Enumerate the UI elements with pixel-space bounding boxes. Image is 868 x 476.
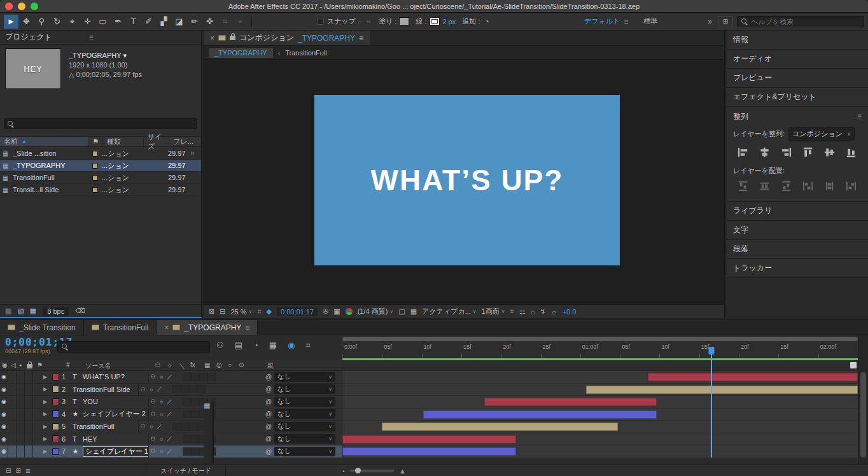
parent-pickwhip-icon[interactable]: @ — [265, 410, 274, 417]
layer-expand-arrow[interactable]: ▶ — [43, 424, 52, 430]
layer-duration-bar[interactable] — [382, 423, 618, 431]
minimize-window-button[interactable] — [18, 3, 25, 10]
layer-solo-cell[interactable] — [17, 396, 25, 408]
layer-shy-switch[interactable]: ⚇ — [149, 374, 157, 380]
workspace-overflow-icon[interactable]: » — [708, 17, 712, 26]
layer-quality-switch[interactable]: ／ — [165, 398, 174, 406]
project-search[interactable] — [4, 118, 197, 129]
project-item-row[interactable]: ▦_Slide ...sition...ション29.97⌗ — [0, 148, 201, 160]
layer-lock-cell[interactable] — [25, 371, 33, 383]
viewer-lock-icon[interactable]: ⊠ — [209, 307, 214, 316]
zoom-slider-thumb[interactable] — [355, 468, 361, 473]
workspace-tab-standard[interactable]: 標準 — [643, 17, 657, 26]
puppet-pin-tool-icon[interactable]: ✜ — [202, 15, 217, 29]
distribute-h-center-icon[interactable] — [821, 179, 837, 192]
breadcrumb-parent[interactable]: TransitionFull — [285, 49, 327, 57]
layer-collapse-switch[interactable]: ☼ — [157, 436, 165, 442]
column-source-name[interactable]: ソース名 — [85, 361, 111, 370]
layer-collapse-switch[interactable]: ☼ — [147, 423, 155, 430]
expand-layer-pane-icon[interactable]: ⊟ — [6, 467, 11, 474]
playhead-grip[interactable] — [708, 347, 714, 354]
layer-parent-dropdown[interactable]: なし∨ — [274, 384, 335, 394]
interpret-footage-icon[interactable]: ▥ — [5, 307, 11, 315]
layer-shy-switch[interactable]: ⚇ — [149, 448, 157, 454]
layer-name[interactable]: HEY — [83, 433, 149, 445]
align-panel-menu-icon[interactable]: ≡ — [857, 112, 862, 121]
layer-lock-cell[interactable] — [25, 433, 33, 445]
rotation-tool-icon[interactable]: ↻ — [50, 15, 64, 29]
hide-shy-layers-icon[interactable]: ⚇ — [216, 340, 224, 351]
panel-tab-tracker[interactable]: トラッカー — [727, 259, 868, 278]
layer-solo-cell[interactable] — [17, 384, 25, 396]
workspace-menu-icon[interactable]: ≡ — [624, 17, 628, 26]
distribute-right-icon[interactable] — [843, 179, 859, 192]
new-composition-icon[interactable]: ▦ — [30, 307, 36, 315]
panel-tab-preview[interactable]: プレビュー — [727, 69, 868, 88]
time-ruler[interactable]: 0:00f05f10f15f20f25f01:00f05f10f15f20f25… — [342, 335, 858, 358]
fast-previews-icon[interactable]: ↯ — [540, 307, 545, 316]
pan-behind-tool-icon[interactable]: ✛ — [80, 15, 95, 29]
layer-eye-icon[interactable]: ◉ — [0, 409, 8, 421]
viewer-monitor-icon[interactable]: ⊟ — [220, 307, 225, 316]
roto-brush-tool-icon[interactable]: ✏ — [187, 15, 202, 29]
layer-row[interactable]: ◉▶2▦TransitionFull Side⚇☼／@なし∨ — [0, 384, 342, 396]
workspace-tab-default[interactable]: デフォルト — [584, 17, 620, 26]
timeline-vertical-scrollbar[interactable] — [858, 335, 868, 465]
toggle-transparency-icon[interactable]: ▦ — [410, 307, 417, 316]
layer-eye-icon[interactable]: ◉ — [0, 421, 8, 433]
panel-menu-icon[interactable]: ≡ — [359, 34, 363, 43]
composition-tab[interactable]: × コンポジション _TYPOGRAPHY ≡ — [204, 31, 370, 45]
item-label-chip[interactable] — [88, 163, 102, 169]
parent-pickwhip-icon[interactable]: @ — [265, 448, 274, 455]
camera-tool-icon[interactable]: ⌖ — [65, 15, 80, 29]
parent-pickwhip-icon[interactable]: @ — [265, 423, 274, 430]
layer-row[interactable]: ◉▶1TWHAT’S UP?⚇☼／@なし∨ — [0, 371, 342, 384]
view-layout-dropdown[interactable]: 1画面∨ — [482, 307, 505, 316]
panel-tab-libraries[interactable]: ライブラリ — [727, 202, 868, 221]
layer-duration-bar[interactable] — [484, 398, 657, 406]
layer-name[interactable]: TransitionFull Side — [73, 384, 139, 396]
layer-name[interactable]: WHAT’S UP? — [83, 371, 149, 383]
layer-duration-bar[interactable] — [342, 435, 516, 444]
layer-expand-arrow[interactable]: ▶ — [43, 436, 52, 442]
align-h-center-icon[interactable] — [756, 146, 773, 158]
layer-color-chip[interactable] — [52, 435, 59, 442]
close-tab-icon[interactable]: × — [210, 34, 214, 43]
layer-shy-switch[interactable]: ⚇ — [149, 436, 157, 442]
distribute-v-center-icon[interactable] — [756, 179, 773, 192]
snap-checkbox[interactable] — [317, 18, 324, 25]
layer-expand-arrow[interactable]: ▶ — [43, 399, 52, 405]
layer-lock-cell[interactable] — [25, 409, 33, 421]
layer-expand-arrow[interactable]: ▶ — [43, 411, 52, 417]
layer-shy-switch[interactable]: ⚇ — [149, 398, 157, 405]
bit-depth-button[interactable]: 8 bpc — [43, 307, 69, 316]
zoom-tool-icon[interactable]: ⚲ — [34, 15, 49, 29]
exposure-icon[interactable]: ☼ — [551, 308, 557, 316]
layer-name[interactable]: YOU — [83, 396, 149, 408]
mini-flowchart-icon[interactable]: ⌗ — [305, 340, 310, 351]
layer-audio-cell[interactable] — [8, 421, 17, 433]
snapshot-camera-icon[interactable]: ✇ — [323, 307, 328, 316]
layer-eye-icon[interactable]: ◉ — [0, 371, 8, 383]
layer-expand-arrow[interactable]: ▶ — [43, 374, 52, 380]
project-search-input[interactable] — [17, 120, 193, 128]
zoom-out-mountain-icon[interactable]: ▲ — [342, 469, 346, 473]
timeline-tab-_slide-transition[interactable]: _Slide Transition — [0, 320, 84, 335]
playhead-line[interactable] — [711, 354, 712, 458]
extra-tool-icon[interactable]: ⌁ — [233, 15, 248, 29]
camera-dropdown[interactable]: アクティブカ...∨ — [422, 307, 477, 316]
magnification-dropdown[interactable]: 25 %∨ — [230, 308, 252, 316]
layer-parent-dropdown[interactable]: なし∨ — [274, 397, 335, 407]
layer-name[interactable]: TransitionFull — [73, 421, 139, 433]
zoom-in-mountain-icon[interactable]: ▲ — [399, 467, 406, 475]
selected-item-name[interactable]: _TYPOGRAPHY ▾ — [69, 51, 142, 60]
switches-mode-toggle[interactable]: スイッチ / モード — [146, 465, 226, 476]
column-name[interactable]: 名前▲ — [0, 137, 89, 146]
layer-solo-cell[interactable] — [17, 445, 25, 458]
layer-eye-icon[interactable]: ◉ — [0, 445, 8, 458]
layer-color-chip[interactable] — [52, 398, 59, 405]
layer-collapse-switch[interactable]: ☼ — [157, 374, 165, 380]
parent-pickwhip-icon[interactable]: @ — [265, 386, 274, 393]
layer-solo-cell[interactable] — [17, 371, 25, 383]
eraser-tool-icon[interactable]: ◪ — [172, 15, 186, 29]
